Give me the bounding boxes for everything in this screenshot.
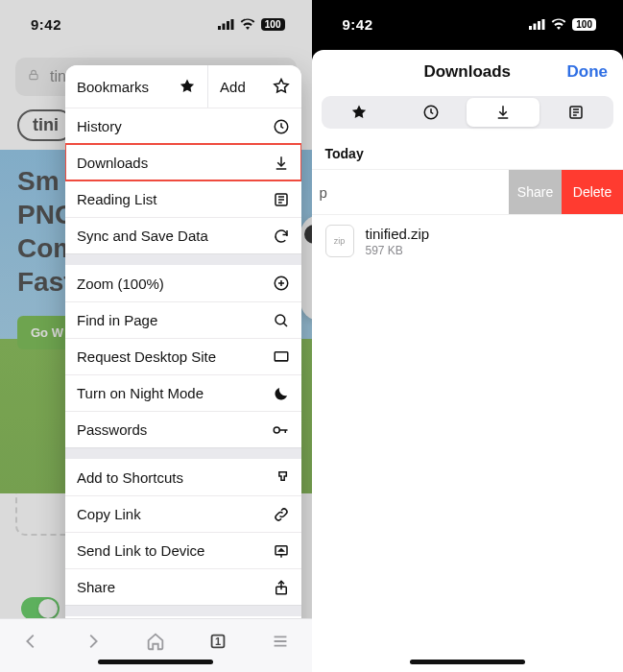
menu-passwords[interactable]: Passwords bbox=[65, 411, 301, 447]
menu-find[interactable]: Find in Page bbox=[65, 301, 301, 338]
reading-list-icon bbox=[273, 191, 290, 208]
swipe-share-button[interactable]: Share bbox=[509, 170, 562, 214]
desktop-icon bbox=[273, 348, 290, 366]
forward-button[interactable] bbox=[83, 631, 104, 652]
menu-night-mode[interactable]: Turn on Night Mode bbox=[65, 374, 301, 411]
key-icon bbox=[271, 421, 290, 439]
wifi-icon bbox=[240, 18, 255, 30]
moon-icon bbox=[273, 385, 290, 402]
search-icon bbox=[273, 312, 290, 329]
library-segmented bbox=[322, 96, 614, 129]
battery-icon: 100 bbox=[261, 18, 285, 31]
done-button[interactable]: Done bbox=[567, 50, 609, 94]
menu-reading-list[interactable]: Reading List bbox=[65, 180, 301, 217]
file-name: tinified.zip bbox=[366, 226, 430, 242]
status-time: 9:42 bbox=[343, 16, 373, 33]
menu-copy-link[interactable]: Copy Link bbox=[65, 495, 301, 532]
home-button[interactable] bbox=[145, 631, 166, 652]
bookmarks-button[interactable]: Bookmarks bbox=[65, 65, 208, 108]
menu-history[interactable]: History bbox=[65, 108, 301, 144]
link-icon bbox=[273, 506, 290, 523]
history-icon bbox=[273, 118, 290, 135]
battery-icon: 100 bbox=[572, 18, 596, 31]
signal-icon bbox=[529, 19, 545, 30]
file-size: 597 KB bbox=[366, 244, 430, 257]
signal-icon bbox=[218, 19, 234, 30]
status-bar: 9:42 100 bbox=[312, 0, 624, 48]
seg-bookmarks[interactable] bbox=[323, 98, 395, 127]
downloads-sheet: Downloads Done Today p Sha bbox=[312, 50, 624, 672]
home-indicator bbox=[98, 660, 213, 664]
svg-rect-2 bbox=[222, 23, 225, 30]
swipe-delete-button[interactable]: Delete bbox=[562, 170, 623, 214]
menu-zoom[interactable]: Zoom (100%) bbox=[65, 265, 301, 301]
svg-rect-18 bbox=[542, 19, 545, 30]
star-outline-icon bbox=[273, 78, 290, 95]
seg-downloads[interactable] bbox=[467, 98, 539, 127]
menu-button[interactable] bbox=[270, 631, 291, 652]
zoom-icon bbox=[273, 275, 290, 292]
svg-rect-9 bbox=[275, 351, 288, 360]
file-type-badge: zip bbox=[325, 225, 354, 257]
reading-list-icon bbox=[567, 104, 585, 121]
menu-share[interactable]: Share bbox=[65, 568, 301, 605]
add-bookmark-button[interactable]: Add bbox=[208, 65, 301, 108]
download-icon bbox=[273, 155, 290, 172]
svg-rect-3 bbox=[227, 21, 229, 30]
sheet-title: Downloads bbox=[423, 62, 511, 82]
swiped-download-row[interactable]: p Share Delete bbox=[312, 169, 624, 215]
pin-icon bbox=[273, 468, 290, 486]
menu-shortcuts[interactable]: Add to Shortcuts bbox=[65, 459, 301, 495]
download-icon bbox=[494, 104, 512, 121]
status-bar: 9:42 100 bbox=[0, 0, 312, 48]
menu-bookmarks-label: Bookmarks bbox=[77, 79, 149, 95]
swiped-filename-fragment: p bbox=[312, 184, 510, 201]
send-device-icon bbox=[273, 542, 290, 560]
menu-send-link[interactable]: Send Link to Device bbox=[65, 532, 301, 568]
menu-desktop-site[interactable]: Request Desktop Site bbox=[65, 338, 301, 374]
svg-rect-15 bbox=[529, 26, 532, 30]
back-button[interactable] bbox=[20, 631, 41, 652]
svg-rect-4 bbox=[230, 19, 233, 30]
menu-downloads[interactable]: Downloads bbox=[65, 144, 301, 180]
svg-point-10 bbox=[274, 427, 279, 433]
seg-reading-list[interactable] bbox=[539, 98, 611, 127]
star-filled-icon bbox=[179, 78, 196, 95]
sync-icon bbox=[273, 228, 290, 245]
status-time: 9:42 bbox=[31, 16, 61, 33]
home-indicator bbox=[410, 660, 525, 664]
share-icon bbox=[273, 579, 290, 596]
page-menu: Bookmarks Add History Downloads Reading … bbox=[65, 65, 301, 653]
section-today: Today bbox=[312, 138, 624, 169]
history-icon bbox=[422, 104, 440, 121]
svg-rect-1 bbox=[218, 26, 221, 30]
wifi-icon bbox=[551, 18, 566, 30]
download-item[interactable]: zip tinified.zip 597 KB bbox=[312, 215, 624, 267]
seg-history[interactable] bbox=[395, 98, 467, 127]
menu-sync[interactable]: Sync and Save Data bbox=[65, 217, 301, 253]
star-filled-icon bbox=[350, 104, 368, 121]
svg-rect-17 bbox=[538, 21, 540, 30]
menu-add-label: Add bbox=[220, 79, 246, 95]
svg-rect-16 bbox=[534, 23, 537, 30]
tabs-button[interactable]: 1 bbox=[207, 631, 228, 652]
